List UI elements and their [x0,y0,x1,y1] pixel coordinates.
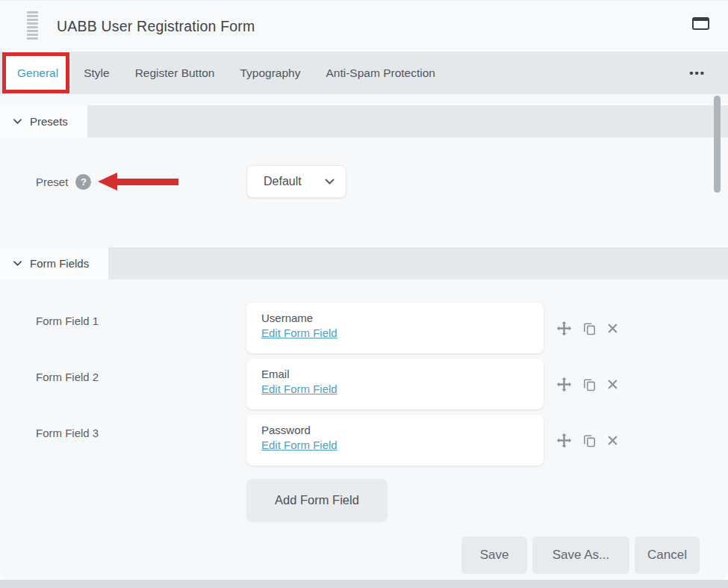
form-fields-section-title: Form Fields [30,257,108,270]
form-field-row: Form Field 3 Password Edit Form Field [0,415,728,465]
preset-dropdown-value: Default [264,175,302,188]
edit-form-field-link[interactable]: Edit Form Field [261,383,337,395]
x-icon[interactable] [607,323,618,334]
tab-general[interactable]: General [4,52,71,94]
page-title: UABB User Registration Form [57,1,255,52]
scrollbar-thumb[interactable] [714,96,721,193]
edit-form-field-link[interactable]: Edit Form Field [261,327,337,339]
form-field-card: Password Edit Form Field [246,415,544,465]
ellipsis-icon[interactable]: ••• [676,52,728,94]
chevron-down-icon [13,119,22,124]
form-field-card: Username Edit Form Field [246,303,544,353]
tab-style[interactable]: Style [71,52,122,94]
form-field-card: Email Edit Form Field [246,359,544,409]
move-icon[interactable] [556,377,572,392]
presets-section-title: Presets [30,115,87,128]
form-field-name: Username [261,312,529,324]
add-form-field-button[interactable]: Add Form Field [246,479,388,522]
form-field-label: Form Field 1 [36,315,99,327]
window-icon[interactable] [692,17,709,30]
settings-panel: UABB User Registration Form General Styl… [0,0,728,580]
duplicate-icon[interactable] [582,321,597,335]
add-button-row: Add Form Field [0,479,728,522]
x-icon[interactable] [607,435,618,446]
form-field-name: Password [261,424,529,436]
duplicate-icon[interactable] [582,377,597,392]
form-field-row: Form Field 1 Username Edit Form Field [0,303,728,353]
tab-anti-spam-protection[interactable]: Anti-Spam Protection [313,52,447,94]
tab-typography[interactable]: Typography [227,52,313,94]
help-icon[interactable]: ? [75,174,91,190]
form-field-label: Form Field 3 [36,427,99,439]
preset-label: Preset [36,176,68,188]
presets-section-toggle[interactable]: Presets [0,105,87,137]
move-icon[interactable] [556,321,572,336]
presets-section-header: Presets [0,105,728,137]
chevron-down-icon [325,179,335,185]
window-bottom-edge [0,580,728,588]
duplicate-icon[interactable] [582,433,597,448]
cancel-button[interactable]: Cancel [635,536,700,574]
save-button[interactable]: Save [461,536,527,574]
footer-actions: Save Save As... Cancel [0,536,728,574]
chevron-down-icon [13,261,22,266]
form-field-label: Form Field 2 [36,371,99,383]
edit-form-field-link[interactable]: Edit Form Field [261,439,337,451]
tab-register-button[interactable]: Register Button [122,52,228,94]
tab-bar: General Style Register Button Typography… [0,52,728,94]
form-field-row: Form Field 2 Email Edit Form Field [0,359,728,409]
move-icon[interactable] [556,433,572,448]
drag-handle-icon[interactable] [27,11,39,41]
form-fields-section-header: Form Fields [0,247,728,279]
preset-dropdown[interactable]: Default [246,165,346,198]
title-bar: UABB User Registration Form [0,1,728,52]
module-settings-window: UABB User Registration Form General Styl… [0,0,728,588]
x-icon[interactable] [607,379,618,390]
preset-row: Preset ? Default [0,165,728,198]
form-field-name: Email [261,368,529,380]
form-fields-section-toggle[interactable]: Form Fields [0,247,108,279]
save-as-button[interactable]: Save As... [532,536,629,574]
